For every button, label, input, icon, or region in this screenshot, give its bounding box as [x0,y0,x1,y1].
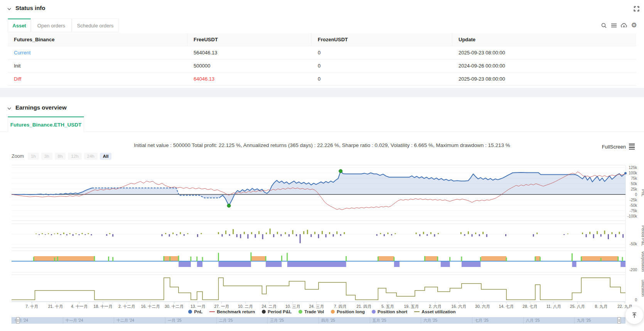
legend-dot-icon [262,310,266,314]
expand-icon[interactable] [632,5,640,12]
navigator-month-label: 八月 '25 [523,317,575,324]
svg-text:PnL: PnL [641,189,644,197]
earnings-chart[interactable]: 125k100k75k50k25k0-25k-50k-75k-100k-50k-… [0,162,644,309]
status-collapse-chevron[interactable] [7,6,12,13]
diff-update: 2025-09-23 08:00:00 [452,73,636,85]
tab-futures-binance-eth-usdt[interactable]: Futures_Binance.ETH_USDT [8,117,84,132]
tab-asset[interactable]: Asset [8,19,31,32]
current-free: 564046.13 [187,46,312,59]
navigator-month-label: 三月 '25 [267,317,319,324]
status-section-title: Status info [15,5,46,11]
svg-text:30. 十二月: 30. 十二月 [165,304,184,309]
legend-dot-icon [188,310,192,314]
svg-text:10. 三月: 10. 三月 [285,304,300,309]
svg-text:0: 0 [635,298,637,302]
zoom-all-button[interactable]: All [100,153,112,160]
col-update: Update [452,33,636,46]
fullscreen-button[interactable]: FullScreen [602,143,635,150]
init-update: 2024-09-26 00:00:00 [452,59,636,72]
legend-item-trade-vol[interactable]: Trade Vol [298,309,324,314]
svg-text:75k: 75k [631,176,637,181]
legend-label: Position long [337,309,365,314]
zoom-3h-button[interactable]: 3h [41,153,52,160]
tab-open-orders[interactable]: Open orders [31,19,72,32]
earnings-summary: Initial net value : 500000 Total profit:… [39,142,605,148]
navigator-left-handle[interactable] [16,317,20,324]
init-frozen: 0 [312,59,452,72]
current-update: 2025-09-23 08:00:00 [452,46,636,59]
svg-text:-75k: -75k [630,209,637,213]
svg-text:10. 二月: 10. 二月 [238,304,253,309]
legend-item-asset-utilization[interactable]: Asset utilization [414,309,455,314]
legend-label: Benchmark return [217,309,255,314]
svg-text:14. 七月: 14. 七月 [499,304,514,309]
legend-label: Asset utilization [421,309,455,314]
navigator-month-label: 二月 '25 [216,317,268,324]
menu-icon[interactable] [610,22,618,29]
svg-text:7. 四月: 7. 四月 [334,304,347,309]
legend-item-period-p-l[interactable]: Period P&L [262,309,292,314]
search-icon[interactable] [600,22,608,29]
col-freeusdt: FreeUSDT [187,33,312,46]
diff-free: 64046.13 [187,73,312,85]
zoom-24h-button[interactable]: 24h [84,153,98,160]
tab-schedule-orders[interactable]: Schedule orders [72,19,119,32]
svg-text:24. 二月: 24. 二月 [261,304,276,309]
legend-item-position-long[interactable]: Position long [331,309,365,314]
table-row-diff: Diff 64046.13 0 2025-09-23 08:00:00 [8,73,636,86]
svg-text:2. 六月: 2. 六月 [429,304,442,309]
table-header-row: Futures_Binance FreeUSDT FrozenUSDT Upda… [8,33,636,46]
svg-text:0: 0 [635,193,637,197]
earnings-collapse-chevron[interactable] [7,105,12,112]
legend-dot-icon [372,310,376,314]
svg-text:-50k: -50k [630,242,637,246]
cloud-download-icon[interactable] [620,22,628,29]
legend-item-pnl[interactable]: PnL [188,309,202,314]
svg-text:21. 十月: 21. 十月 [48,304,63,309]
chart-legend: PnLBenchmark returnPeriod P&LTrade VolPo… [0,309,644,314]
init-free: 500000 [187,59,312,72]
svg-text:11. 八月: 11. 八月 [546,304,561,309]
legend-item-benchmark-return[interactable]: Benchmark return [209,309,255,314]
section-divider [0,88,644,97]
svg-text:-100k: -100k [627,214,637,218]
svg-text:vol/position: vol/position [641,252,644,272]
svg-text:24. 三月: 24. 三月 [309,304,324,309]
navigator-right-handle[interactable] [617,317,621,324]
legend-label: Trade Vol [304,309,324,314]
svg-text:utilization: utilization [641,280,644,297]
svg-text:125k: 125k [629,166,637,170]
svg-text:27. 一月: 27. 一月 [214,304,229,309]
current-frozen: 0 [312,46,452,59]
diff-frozen: 0 [312,73,452,85]
asset-table: Futures_Binance FreeUSDT FrozenUSDT Upda… [8,33,636,86]
zoom-1h-button[interactable]: 1h [28,153,39,160]
svg-text:2. 十二月: 2. 十二月 [118,304,135,309]
legend-item-position-short[interactable]: Position short [372,309,407,314]
svg-text:28. 七月: 28. 七月 [523,304,538,309]
col-frozenusdt: FrozenUSDT [312,33,452,46]
svg-text:-50k: -50k [630,203,637,208]
init-label: Init [8,59,187,72]
svg-text:30. 六月: 30. 六月 [475,304,490,309]
back-to-top-button[interactable] [625,306,643,324]
zoom-8h-button[interactable]: 8h [55,153,66,160]
zoom-12h-button[interactable]: 12h [68,153,81,160]
svg-text:-25k: -25k [630,198,637,202]
chart-context-menu-icon[interactable] [629,143,635,150]
svg-text:Period P&L: Period P&L [641,225,644,246]
tabbar-divider [0,132,644,132]
chart-navigator[interactable]: 九月 '25八月 '25七月 '25六月 '25五月 '25四月 '25三月 '… [12,317,625,324]
legend-label: Position short [378,309,407,314]
svg-text:16. 十二月: 16. 十二月 [141,304,160,309]
navigator-month-label: 一月 '25 [165,317,216,324]
gear-icon[interactable]: ⚙ [630,21,638,29]
legend-line-icon [209,311,215,312]
zoom-label: Zoom [12,154,24,159]
current-link[interactable]: Current [8,46,187,59]
svg-text:13. 一月: 13. 一月 [191,304,206,309]
fullscreen-label: FullScreen [602,144,626,150]
svg-text:18. 十一月: 18. 十一月 [94,304,113,309]
navigator-month-label: 四月 '25 [319,317,370,324]
zoom-controls: Zoom 1h 3h 8h 12h 24h All [12,153,111,160]
